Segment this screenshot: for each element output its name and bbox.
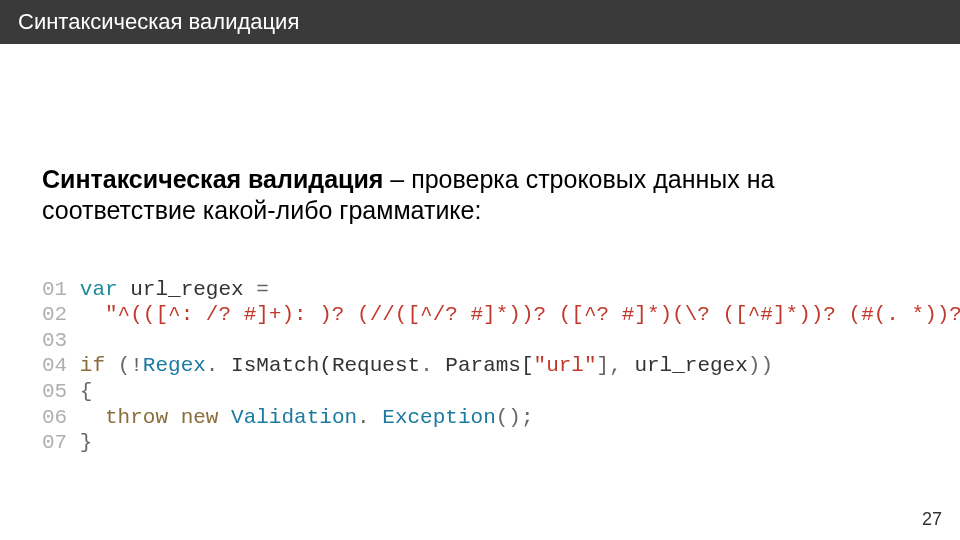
method-is: Is [231,353,256,379]
comma: , [609,353,634,379]
slide-content: Синтаксическая валидация – проверка стро… [0,44,960,456]
kw-throw: throw [105,405,168,431]
bracket-close: ] [597,353,610,379]
paren: (! [118,353,143,379]
method-match: Match(Request [256,353,420,379]
paren-semi: (); [496,405,534,431]
identifier: url_regex [634,353,747,379]
line-number: 06 [42,405,67,431]
kw-if: if [80,353,105,379]
code-line: 04if (!Regex. IsMatch(Request. Params["u… [42,353,918,379]
line-number: 04 [42,353,67,379]
code-line: 02 "^(([^: /? #]+): )? (//([^/? #]*))? (… [42,302,918,328]
operator-eq: = [256,277,269,303]
slide-header: Синтаксическая валидация [0,0,960,44]
dot: . [420,353,445,379]
code-line: 05{ [42,379,918,405]
space [168,405,181,431]
brace-close: } [80,430,93,456]
space [118,277,131,303]
identifier: url_regex [130,277,243,303]
dot: . [206,353,231,379]
indent [80,405,105,431]
slide-title: Синтаксическая валидация [18,9,299,35]
kw-var: var [80,277,118,303]
type-regex: Regex [143,353,206,379]
string-literal: "^(([^: /? #]+): )? (//([^/? #]*))? ([^?… [105,302,960,328]
line-number: 02 [42,302,67,328]
space [244,277,257,303]
code-line: 06 throw new Validation. Exception(); [42,405,918,431]
type-exception: Exception [382,405,495,431]
code-line: 01var url_regex = [42,277,918,303]
code-line: 03 [42,328,918,354]
line-number: 03 [42,328,67,354]
kw-new: new [181,405,219,431]
code-block: 01var url_regex = 02 "^(([^: /? #]+): )?… [42,277,918,456]
slide: Синтаксическая валидация Синтаксическая … [0,0,960,540]
dot: . [357,405,382,431]
code-line: 07} [42,430,918,456]
line-number: 01 [42,277,67,303]
type-validation: Validation [231,405,357,431]
definition-text: Синтаксическая валидация – проверка стро… [42,164,918,227]
space [105,353,118,379]
brace-open: { [80,379,93,405]
page-number: 27 [922,509,942,530]
line-number: 07 [42,430,67,456]
definition-bold: Синтаксическая валидация [42,165,383,193]
prop-params: Params[ [445,353,533,379]
paren-close: )) [748,353,773,379]
space [218,405,231,431]
string-url: "url" [534,353,597,379]
indent [80,302,105,328]
line-number: 05 [42,379,67,405]
